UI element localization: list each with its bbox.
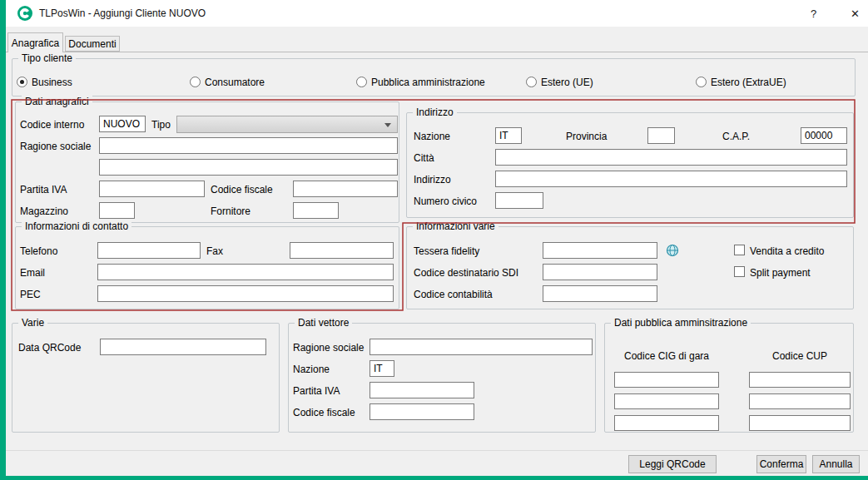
chevron-down-icon: [384, 123, 391, 127]
telefono-label: Telefono: [20, 245, 57, 257]
vettore-nazione-label: Nazione: [293, 364, 330, 375]
codice-cig-header: Codice CIG di gara: [614, 350, 719, 362]
codice-interno-field[interactable]: [99, 116, 146, 132]
vettore-ragione-sociale-label: Ragione sociale: [293, 342, 364, 354]
partita-iva-label: Partita IVA: [20, 184, 67, 195]
annulla-button[interactable]: Annulla: [812, 455, 860, 473]
vettore-codice-fiscale-label: Codice fiscale: [293, 407, 355, 418]
codice-cig-field-3[interactable]: [614, 415, 719, 431]
group-tipo-cliente-legend: Tipo cliente: [18, 52, 76, 64]
help-button[interactable]: ?: [795, 0, 832, 27]
codice-contabilita-field[interactable]: [543, 285, 657, 302]
group-informazioni-varie-legend: Informazioni varie: [413, 220, 498, 232]
close-button[interactable]: ✕: [836, 0, 868, 27]
tab-strip-border: [6, 52, 868, 52]
fornitore-field[interactable]: [293, 202, 339, 219]
group-contatto-legend: Informazioni di contatto: [22, 220, 131, 232]
pec-label: PEC: [20, 289, 41, 300]
group-dati-pa-legend: Dati pubblica amminsitrazione: [611, 317, 751, 329]
codice-cig-field-2[interactable]: [614, 393, 719, 409]
group-varie-legend: Varie: [18, 317, 47, 329]
radio-pubblica-amministrazione[interactable]: [356, 77, 367, 87]
tab-documenti[interactable]: Documenti: [65, 36, 120, 52]
vendita-a-credito-checkbox[interactable]: [734, 245, 745, 255]
vettore-ragione-sociale-field[interactable]: [370, 339, 593, 355]
radio-estero-extraue[interactable]: [696, 77, 707, 87]
codice-contabilita-label: Codice contabilità: [414, 289, 493, 300]
email-label: Email: [20, 267, 45, 279]
group-dati-anagrafici-legend: Dati anagrafici: [22, 96, 92, 107]
bottom-divider: [6, 450, 868, 451]
provincia-field[interactable]: [647, 127, 675, 144]
codice-cig-field-1[interactable]: [614, 372, 719, 388]
codice-interno-label: Codice interno: [20, 119, 84, 131]
radio-estero-ue-label: Estero (UE): [541, 77, 593, 88]
window-title: TLPosWin - Aggiungi Cliente NUOVO: [39, 7, 206, 19]
radio-consumatore[interactable]: [190, 77, 201, 87]
codice-cup-field-2[interactable]: [749, 393, 851, 409]
vettore-partita-iva-label: Partita IVA: [293, 385, 340, 397]
codice-fiscale-field[interactable]: [293, 181, 398, 197]
leggi-qrcode-button[interactable]: Leggi QRCode: [628, 455, 717, 473]
numero-civico-field[interactable]: [495, 192, 543, 209]
tab-documenti-label: Documenti: [68, 38, 116, 50]
radio-consumatore-label: Consumatore: [205, 77, 265, 88]
citta-field[interactable]: [495, 149, 847, 166]
codice-cup-field-3[interactable]: [749, 415, 851, 431]
tessera-fidelity-label: Tessera fidelity: [414, 245, 479, 257]
fornitore-label: Fornitore: [211, 205, 250, 217]
cap-field[interactable]: [801, 127, 847, 144]
split-payment-checkbox[interactable]: [734, 266, 745, 277]
split-payment-label: Split payment: [750, 267, 811, 279]
email-field[interactable]: [97, 264, 394, 280]
ragione-sociale-field-2[interactable]: [99, 159, 398, 176]
numero-civico-label: Numero civico: [414, 195, 477, 207]
codice-destinatario-sdi-label: Codice destinatario SDI: [414, 267, 518, 279]
indirizzo-field[interactable]: [495, 171, 847, 187]
group-dati-vettore-legend: Dati vettore: [295, 317, 352, 329]
vettore-nazione-field[interactable]: [370, 360, 394, 377]
pec-field[interactable]: [97, 285, 394, 302]
app-logo-icon: [17, 5, 33, 22]
ragione-sociale-label: Ragione sociale: [20, 141, 91, 152]
conferma-button[interactable]: Conferma: [756, 455, 806, 473]
tab-anagrafica[interactable]: Anagrafica: [7, 32, 63, 52]
radio-business-label: Business: [32, 77, 72, 88]
partita-iva-field[interactable]: [99, 181, 205, 197]
title-bar: TLPosWin - Aggiungi Cliente NUOVO ? ✕: [6, 0, 868, 27]
codice-cup-header: Codice CUP: [747, 350, 852, 362]
codice-cup-field-1[interactable]: [749, 372, 851, 388]
tab-anagrafica-label: Anagrafica: [12, 37, 59, 49]
radio-business[interactable]: [17, 77, 27, 87]
data-qrcode-label: Data QRCode: [18, 342, 81, 354]
fax-field[interactable]: [290, 242, 394, 259]
globe-icon[interactable]: [666, 244, 679, 257]
radio-estero-ue[interactable]: [526, 77, 537, 87]
tessera-fidelity-field[interactable]: [543, 242, 657, 259]
nazione-field[interactable]: [495, 127, 522, 144]
codice-fiscale-label: Codice fiscale: [211, 184, 273, 195]
codice-destinatario-sdi-field[interactable]: [543, 264, 657, 280]
indirizzo-label: Indirizzo: [414, 174, 451, 186]
fax-label: Fax: [206, 245, 223, 257]
tipo-label: Tipo: [151, 119, 171, 131]
radio-pubblica-amministrazione-label: Pubblica amministrazione: [371, 77, 485, 88]
dialog-window: TLPosWin - Aggiungi Cliente NUOVO ? ✕ An…: [0, 0, 868, 480]
vettore-partita-iva-field[interactable]: [370, 382, 474, 398]
vettore-codice-fiscale-field[interactable]: [370, 403, 474, 420]
magazzino-field[interactable]: [99, 202, 135, 219]
cap-label: C.A.P.: [722, 131, 750, 142]
magazzino-label: Magazzino: [20, 205, 68, 217]
radio-estero-extraue-label: Estero (ExtraUE): [711, 77, 786, 88]
group-indirizzo-legend: Indirizzo: [413, 106, 457, 118]
vendita-a-credito-label: Vendita a credito: [750, 245, 824, 257]
ragione-sociale-field-1[interactable]: [99, 137, 398, 154]
data-qrcode-field[interactable]: [100, 339, 266, 355]
telefono-field[interactable]: [97, 242, 201, 259]
nazione-label: Nazione: [414, 131, 450, 142]
citta-label: Città: [414, 152, 434, 164]
provincia-label: Provincia: [566, 131, 607, 142]
tipo-dropdown[interactable]: [176, 116, 398, 133]
